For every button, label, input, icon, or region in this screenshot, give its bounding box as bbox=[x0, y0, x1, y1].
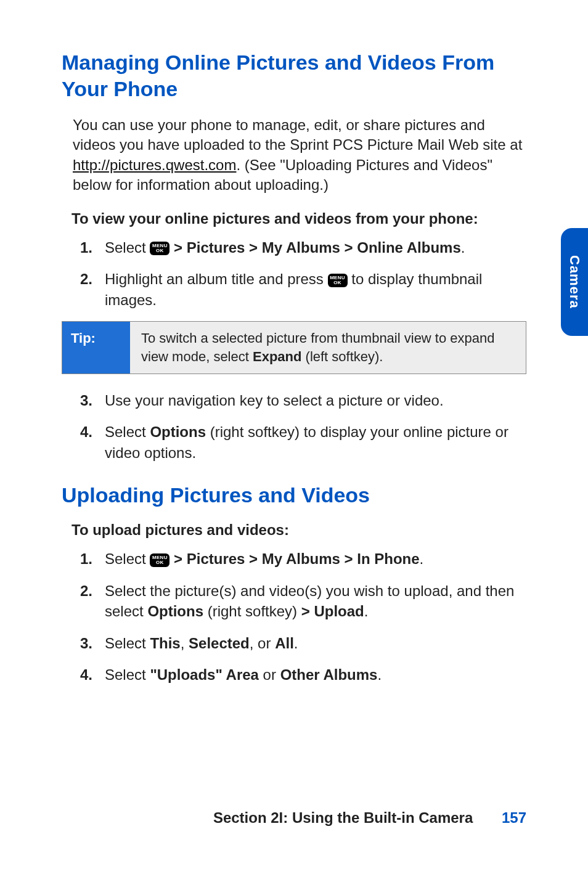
step-text-mid: or bbox=[259, 666, 280, 683]
step-number: 2. bbox=[80, 581, 105, 602]
step-sep: , or bbox=[250, 635, 275, 651]
step-bold-all: All bbox=[275, 635, 294, 651]
step-text-pre: Select bbox=[105, 550, 150, 567]
menu-ok-line2: OK bbox=[156, 560, 164, 565]
page-footer: Section 2I: Using the Built-in Camera 15… bbox=[213, 809, 526, 827]
tip-box: Tip: To switch a selected picture from t… bbox=[62, 321, 526, 374]
step-1-4: 4. Select Options (right softkey) to dis… bbox=[80, 422, 526, 463]
menu-ok-line2: OK bbox=[333, 280, 341, 285]
step-2-3: 3. Select This, Selected, or All. bbox=[80, 633, 526, 654]
step-bold-this: This bbox=[150, 635, 180, 651]
intro-text-part1: You can use your phone to manage, edit, … bbox=[73, 116, 522, 153]
step-number: 1. bbox=[80, 549, 105, 570]
step-end: . bbox=[364, 603, 369, 619]
intro-paragraph: You can use your phone to manage, edit, … bbox=[73, 115, 526, 195]
footer-section-title: Section 2I: Using the Built-in Camera bbox=[213, 809, 473, 826]
step-end: . bbox=[377, 666, 382, 683]
step-2-2: 2. Select the picture(s) and video(s) yo… bbox=[80, 581, 526, 622]
step-bold-upload: > Upload bbox=[301, 603, 364, 619]
step-2-1: 1. Select MENUOK > Pictures > My Albums … bbox=[80, 549, 526, 570]
step-number: 3. bbox=[80, 633, 105, 654]
step-number: 2. bbox=[80, 269, 105, 290]
steps-list-section1-top: 1. Select MENUOK > Pictures > My Albums … bbox=[80, 237, 526, 311]
steps-list-section1-bottom: 3. Use your navigation key to select a p… bbox=[80, 390, 526, 463]
instruction-header-upload: To upload pictures and videos: bbox=[71, 521, 526, 539]
step-bold-uploads-area: "Uploads" Area bbox=[150, 666, 259, 683]
heading-managing: Managing Online Pictures and Videos From… bbox=[62, 49, 526, 102]
tip-content: To switch a selected picture from thumbn… bbox=[130, 322, 526, 373]
step-number: 1. bbox=[80, 237, 105, 258]
step-bold-options: Options bbox=[147, 603, 203, 619]
step-end: . bbox=[294, 635, 298, 651]
step-2-4: 4. Select "Uploads" Area or Other Albums… bbox=[80, 664, 526, 685]
step-text-pre: Select bbox=[105, 666, 150, 683]
menu-ok-icon: MENUOK bbox=[150, 553, 169, 567]
step-1-1: 1. Select MENUOK > Pictures > My Albums … bbox=[80, 237, 526, 258]
pictures-qwest-link[interactable]: http://pictures.qwest.com bbox=[73, 157, 236, 173]
step-text-mid: (right softkey) bbox=[203, 603, 301, 619]
menu-ok-line2: OK bbox=[156, 248, 164, 253]
tip-label: Tip: bbox=[62, 322, 130, 373]
side-tab-label: Camera bbox=[566, 255, 582, 309]
tip-text-post: (left softkey). bbox=[301, 349, 383, 364]
step-end: . bbox=[461, 239, 465, 256]
step-bold-nav: > Pictures > My Albums > In Phone bbox=[169, 550, 419, 567]
step-text-pre: Select bbox=[105, 635, 150, 651]
step-1-3: 3. Use your navigation key to select a p… bbox=[80, 390, 526, 411]
step-bold-selected: Selected bbox=[189, 635, 250, 651]
step-bold-other-albums: Other Albums bbox=[280, 666, 378, 683]
step-end: . bbox=[420, 550, 424, 567]
tip-bold: Expand bbox=[253, 349, 301, 364]
step-text-pre: Select bbox=[105, 423, 150, 440]
steps-list-section2: 1. Select MENUOK > Pictures > My Albums … bbox=[80, 549, 526, 685]
step-text: Select bbox=[105, 239, 150, 256]
step-1-2: 2. Highlight an album title and press ME… bbox=[80, 269, 526, 310]
menu-ok-icon: MENUOK bbox=[150, 242, 169, 255]
step-sep: , bbox=[181, 635, 189, 651]
step-bold-options: Options bbox=[150, 423, 206, 440]
step-number: 4. bbox=[80, 422, 105, 443]
menu-ok-icon: MENUOK bbox=[328, 274, 348, 287]
step-text: Highlight an album title and press bbox=[105, 271, 328, 287]
side-tab-camera: Camera bbox=[561, 228, 588, 336]
instruction-header-view: To view your online pictures and videos … bbox=[71, 210, 526, 227]
heading-uploading: Uploading Pictures and Videos bbox=[62, 482, 526, 508]
step-bold-nav: > Pictures > My Albums > Online Albums bbox=[169, 239, 460, 256]
step-text: Use your navigation key to select a pict… bbox=[105, 390, 526, 411]
step-number: 3. bbox=[80, 390, 105, 411]
footer-page-number: 157 bbox=[502, 809, 526, 826]
page-container: Managing Online Pictures and Videos From… bbox=[0, 0, 588, 882]
step-number: 4. bbox=[80, 664, 105, 685]
